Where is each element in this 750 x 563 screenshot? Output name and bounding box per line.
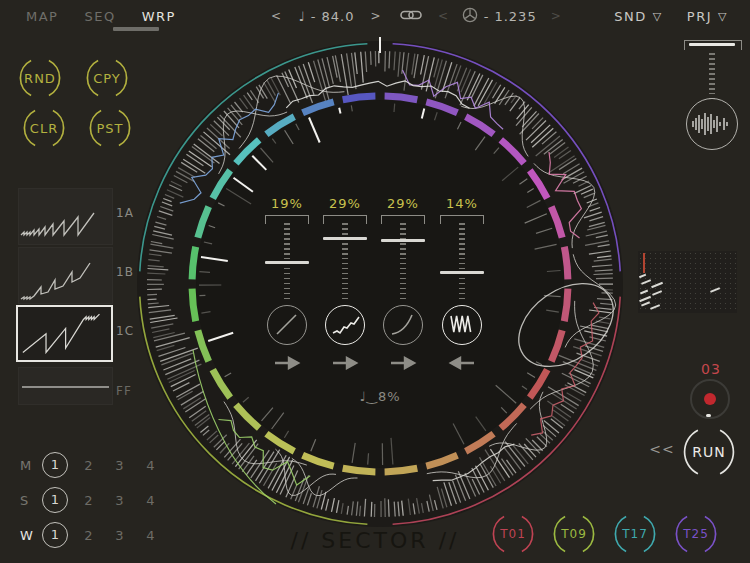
link-icon[interactable] bbox=[400, 9, 422, 24]
warp-slider-4[interactable]: 14% bbox=[433, 196, 491, 316]
waveform-1c-icon bbox=[18, 307, 107, 356]
cpy-button[interactable]: CPY bbox=[86, 57, 128, 99]
matrix-row-s: S 1 2 3 4 bbox=[0, 486, 180, 514]
warp-slider-3[interactable]: 29% bbox=[374, 196, 432, 316]
rewind-button[interactable]: << bbox=[645, 441, 679, 457]
wave-slot-1b-label: 1B bbox=[116, 265, 134, 279]
m-slot-2[interactable]: 2 bbox=[73, 458, 104, 473]
slider-handle[interactable] bbox=[265, 261, 309, 264]
wave-slot-ff-label: FF bbox=[116, 384, 132, 398]
warp-shape-curve-button[interactable] bbox=[383, 305, 423, 345]
wave-slot-1a-label: 1A bbox=[116, 206, 134, 220]
s-slot-3[interactable]: 3 bbox=[104, 493, 135, 508]
direction-arrow-1[interactable] bbox=[272, 355, 302, 369]
track-button-t25[interactable]: T25 bbox=[675, 513, 717, 555]
matrix-row-m: M 1 2 3 4 bbox=[0, 451, 180, 479]
waveform-1a-icon bbox=[19, 189, 112, 244]
s-slot-2[interactable]: 2 bbox=[73, 493, 104, 508]
s-slot-4[interactable]: 4 bbox=[135, 493, 166, 508]
track-button-t01[interactable]: T01 bbox=[492, 513, 534, 555]
warp-slider-1[interactable]: 19% bbox=[258, 196, 316, 316]
m-slot-1[interactable]: 1 bbox=[42, 452, 68, 478]
waveform-1b-icon bbox=[19, 248, 112, 303]
s-slot-1[interactable]: 1 bbox=[42, 487, 68, 513]
warp-slider-3-value: 29% bbox=[374, 196, 432, 211]
tab-map[interactable]: MAP bbox=[26, 9, 58, 24]
m-slot-4[interactable]: 4 bbox=[135, 458, 166, 473]
tab-seq[interactable]: SEQ bbox=[84, 9, 115, 24]
slider-handle[interactable] bbox=[323, 237, 367, 240]
ratio-next-button[interactable]: > bbox=[551, 9, 563, 23]
wave-slot-1c-label: 1C bbox=[116, 324, 134, 338]
tab-wrp[interactable]: WRP bbox=[142, 9, 176, 24]
tempo-value[interactable]: ♩ - 84.0 bbox=[298, 9, 354, 24]
warp-slider-2-value: 29% bbox=[316, 196, 374, 211]
rnd-button[interactable]: RND bbox=[19, 57, 61, 99]
wave-slot-1c[interactable] bbox=[16, 305, 113, 362]
record-dot-icon bbox=[704, 393, 716, 405]
record-button[interactable] bbox=[690, 379, 730, 419]
minimap-playhead bbox=[643, 253, 645, 273]
row-m-label: M bbox=[20, 458, 42, 473]
warp-shape-random-button[interactable] bbox=[325, 305, 365, 345]
warp-shape-linear-button[interactable] bbox=[267, 305, 307, 345]
direction-arrow-3[interactable] bbox=[388, 355, 418, 369]
audio-waveform-icon bbox=[690, 109, 734, 139]
top-bar: MAP SEQ WRP < ♩ - 84.0 > < - 1.235 > SND… bbox=[0, 0, 750, 32]
run-button[interactable]: RUN bbox=[683, 426, 735, 478]
prj-menu[interactable]: PRJ▽ bbox=[687, 9, 728, 24]
wave-slot-1a[interactable] bbox=[18, 188, 113, 245]
snd-menu[interactable]: SND▽ bbox=[614, 9, 662, 24]
record-counter: 03 bbox=[686, 361, 736, 377]
record-progress-tick bbox=[706, 414, 711, 417]
waveform-ff-icon bbox=[19, 368, 112, 404]
direction-arrow-4[interactable] bbox=[447, 355, 477, 369]
wave-slot-ff[interactable] bbox=[18, 367, 113, 405]
ratio-value[interactable]: - 1.235 bbox=[484, 9, 537, 24]
tempo-next-button[interactable]: > bbox=[371, 9, 383, 23]
m-slot-3[interactable]: 3 bbox=[104, 458, 135, 473]
chevron-down-icon: ▽ bbox=[653, 10, 663, 23]
wave-slot-1b[interactable] bbox=[18, 247, 113, 304]
warp-slider-1-value: 19% bbox=[258, 196, 316, 211]
active-tab-underline bbox=[113, 27, 159, 31]
pattern-minimap[interactable] bbox=[638, 251, 737, 313]
tempo-prev-button[interactable]: < bbox=[271, 9, 283, 23]
row-s-label: S bbox=[20, 493, 42, 508]
warp-slider-2[interactable]: 29% bbox=[316, 196, 374, 316]
ratio-prev-button[interactable]: < bbox=[438, 9, 450, 23]
track-button-t17[interactable]: T17 bbox=[614, 513, 656, 555]
pst-button[interactable]: PST bbox=[89, 107, 131, 149]
swing-control[interactable]: ♩‿8% bbox=[330, 389, 430, 404]
track-button-t09[interactable]: T09 bbox=[553, 513, 595, 555]
direction-arrow-2[interactable] bbox=[330, 355, 360, 369]
slider-handle[interactable] bbox=[381, 239, 425, 242]
slider-handle[interactable] bbox=[440, 271, 484, 274]
clr-button[interactable]: CLR bbox=[23, 107, 65, 149]
volume-slider-handle[interactable] bbox=[689, 43, 735, 46]
waveform-monitor-button[interactable] bbox=[686, 98, 738, 150]
spin-icon bbox=[462, 7, 478, 26]
warp-shape-triangle-button[interactable] bbox=[442, 305, 482, 345]
warp-slider-4-value: 14% bbox=[433, 196, 491, 211]
chevron-down-icon: ▽ bbox=[718, 10, 728, 23]
